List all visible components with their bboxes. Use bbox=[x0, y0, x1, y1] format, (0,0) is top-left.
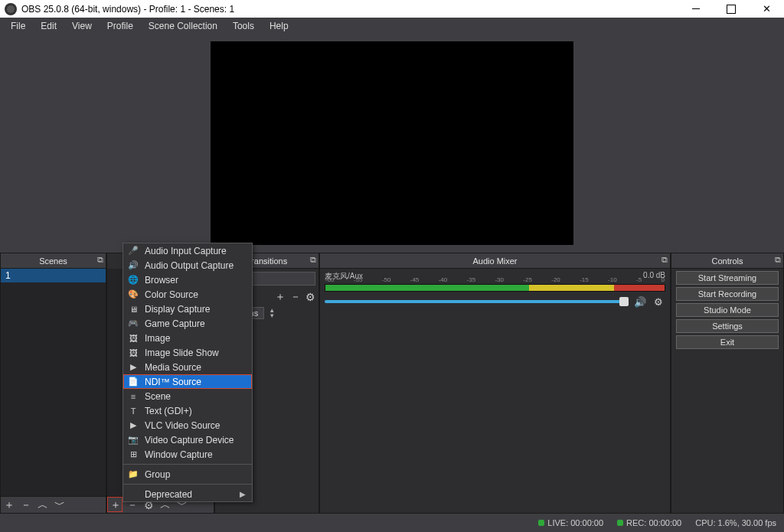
menu-separator bbox=[123, 464, 252, 465]
preview-area bbox=[0, 34, 784, 253]
cmenu-item-group[interactable]: 📁 Group bbox=[123, 467, 252, 481]
panel-mixer-header[interactable]: Audio Mixer ⧉ bbox=[320, 253, 670, 269]
menu-separator bbox=[123, 484, 252, 485]
panel-scenes: Scenes ⧉ 1 ＋ － ︿ ﹀ bbox=[0, 253, 106, 514]
source-type-icon: ▶ bbox=[128, 362, 139, 372]
cmenu-item[interactable]: 🌐Browser bbox=[123, 273, 252, 287]
exit-button[interactable]: Exit bbox=[676, 335, 779, 349]
cmenu-item[interactable]: ▶Media Source bbox=[123, 360, 252, 374]
cmenu-item[interactable]: ≡Scene bbox=[123, 389, 252, 403]
popout-icon[interactable]: ⧉ bbox=[662, 255, 668, 265]
panel-audio-mixer: Audio Mixer ⧉ 麦克风/Aux 0.0 dB -60-55 -50-… bbox=[319, 253, 671, 514]
cmenu-label: Scene bbox=[145, 391, 171, 402]
status-rec: REC: 00:00:00 bbox=[626, 518, 681, 527]
menu-file[interactable]: File bbox=[3, 19, 33, 33]
cmenu-label: NDI™ Source bbox=[145, 377, 201, 387]
spin-down-icon[interactable]: ▼ bbox=[269, 313, 275, 318]
source-type-icon: ▶ bbox=[128, 420, 139, 430]
cmenu-item[interactable]: ▶VLC Video Source bbox=[123, 418, 252, 432]
cmenu-item[interactable]: ⊞Window Capture bbox=[123, 447, 252, 462]
scene-up-button[interactable]: ︿ bbox=[38, 498, 48, 512]
transition-props-button[interactable]: ⚙ bbox=[305, 291, 315, 303]
scenes-toolbar: ＋ － ︿ ﹀ bbox=[1, 496, 106, 513]
cmenu-label: Group bbox=[145, 469, 170, 480]
source-type-icon: ⊞ bbox=[128, 449, 139, 459]
panel-scenes-header[interactable]: Scenes ⧉ bbox=[1, 253, 106, 269]
cmenu-item[interactable]: 📷Video Capture Device bbox=[123, 432, 252, 447]
window-min-button[interactable] bbox=[678, 0, 714, 18]
cmenu-label: Deprecated bbox=[145, 489, 192, 500]
menu-tools[interactable]: Tools bbox=[225, 19, 262, 33]
remove-scene-button[interactable]: － bbox=[21, 498, 31, 512]
panel-mixer-title: Audio Mixer bbox=[472, 256, 517, 266]
scene-down-button[interactable]: ﹀ bbox=[54, 498, 65, 512]
source-type-icon: T bbox=[128, 406, 139, 416]
preview-canvas[interactable] bbox=[211, 41, 573, 245]
status-bar: LIVE: 00:00:00 REC: 00:00:00 CPU: 1.6%, … bbox=[0, 514, 784, 532]
dock-panels: Scenes ⧉ 1 ＋ － ︿ ﹀ Yo C or r ＋ － ⚙ ︿ ﹀ bbox=[0, 253, 784, 514]
cmenu-label: Browser bbox=[145, 275, 178, 286]
cmenu-label: Window Capture bbox=[145, 449, 213, 460]
menu-help[interactable]: Help bbox=[262, 19, 296, 33]
source-type-icon: 🌐 bbox=[128, 275, 139, 285]
cmenu-label: Image bbox=[145, 333, 170, 344]
cmenu-label: Display Capture bbox=[145, 304, 210, 315]
start-recording-button[interactable]: Start Recording bbox=[676, 287, 779, 301]
panel-controls: Controls ⧉ Start Streaming Start Recordi… bbox=[671, 253, 784, 514]
source-type-icon: 🎤 bbox=[128, 246, 139, 256]
cmenu-item[interactable]: 🖥Display Capture bbox=[123, 302, 252, 316]
popout-icon[interactable]: ⧉ bbox=[775, 255, 781, 265]
source-type-icon: 🖥 bbox=[128, 305, 139, 314]
window-max-button[interactable] bbox=[714, 0, 749, 18]
cmenu-label: Audio Output Capture bbox=[145, 260, 234, 271]
source-type-icon: 🖼 bbox=[128, 348, 139, 357]
menu-edit[interactable]: Edit bbox=[33, 19, 64, 33]
menu-profile[interactable]: Profile bbox=[100, 19, 141, 33]
live-dot-icon bbox=[538, 520, 544, 526]
cmenu-item[interactable]: 🖼Image Slide Show bbox=[123, 345, 252, 360]
folder-icon: 📁 bbox=[128, 469, 139, 479]
cmenu-label: Text (GDI+) bbox=[145, 406, 192, 416]
cmenu-item-deprecated[interactable]: Deprecated ▶ bbox=[123, 487, 252, 501]
panel-controls-header[interactable]: Controls ⧉ bbox=[671, 253, 783, 269]
source-type-icon: 🔊 bbox=[128, 260, 139, 270]
studio-mode-button[interactable]: Studio Mode bbox=[676, 303, 779, 317]
cmenu-item[interactable]: 🎨Color Source bbox=[123, 287, 252, 302]
menu-view[interactable]: View bbox=[64, 19, 100, 33]
meter-ticks: -60-55 -50-45 -40-35 -30-25 -20-15 -10-5… bbox=[325, 276, 665, 283]
window-title: OBS 25.0.8 (64-bit, windows) - Profile: … bbox=[21, 4, 678, 15]
add-source-context-menu: 🎤Audio Input Capture🔊Audio Output Captur… bbox=[122, 243, 253, 502]
add-scene-button[interactable]: ＋ bbox=[4, 498, 15, 512]
add-source-button[interactable]: ＋ bbox=[110, 498, 121, 512]
source-type-icon: 📷 bbox=[128, 435, 139, 445]
popout-icon[interactable]: ⧉ bbox=[310, 255, 316, 265]
cmenu-label: Audio Input Capture bbox=[145, 246, 227, 256]
cmenu-item[interactable]: 🎤Audio Input Capture bbox=[123, 243, 252, 258]
popout-icon[interactable]: ⧉ bbox=[97, 255, 103, 265]
volume-slider[interactable] bbox=[325, 300, 629, 303]
start-streaming-button[interactable]: Start Streaming bbox=[676, 271, 779, 285]
menu-scene-collection[interactable]: Scene Collection bbox=[141, 19, 225, 33]
speaker-icon[interactable]: 🔊 bbox=[633, 295, 647, 308]
cmenu-item[interactable]: 🎮Game Capture bbox=[123, 316, 252, 331]
mixer-gear-icon[interactable]: ⚙ bbox=[652, 295, 665, 308]
source-type-icon: 🎨 bbox=[128, 289, 139, 299]
cmenu-label: Video Capture Device bbox=[145, 435, 234, 446]
cmenu-label: VLC Video Source bbox=[145, 420, 220, 431]
rec-dot-icon bbox=[617, 520, 623, 526]
cmenu-item[interactable]: TText (GDI+) bbox=[123, 403, 252, 418]
source-type-icon: 🖼 bbox=[128, 334, 139, 343]
settings-button[interactable]: Settings bbox=[676, 319, 779, 333]
app-icon bbox=[5, 3, 17, 15]
transition-remove-button[interactable]: － bbox=[290, 290, 301, 304]
source-type-icon: 🎮 bbox=[128, 318, 139, 328]
cmenu-item[interactable]: 📄NDI™ Source bbox=[123, 374, 252, 389]
cmenu-item[interactable]: 🔊Audio Output Capture bbox=[123, 258, 252, 273]
window-close-button[interactable] bbox=[749, 0, 784, 18]
cmenu-item[interactable]: 🖼Image bbox=[123, 331, 252, 345]
titlebar: OBS 25.0.8 (64-bit, windows) - Profile: … bbox=[0, 0, 784, 18]
transition-add-button[interactable]: ＋ bbox=[275, 290, 286, 304]
cmenu-label: Image Slide Show bbox=[145, 348, 219, 358]
scene-item[interactable]: 1 bbox=[1, 269, 106, 282]
menubar: File Edit View Profile Scene Collection … bbox=[0, 18, 784, 34]
